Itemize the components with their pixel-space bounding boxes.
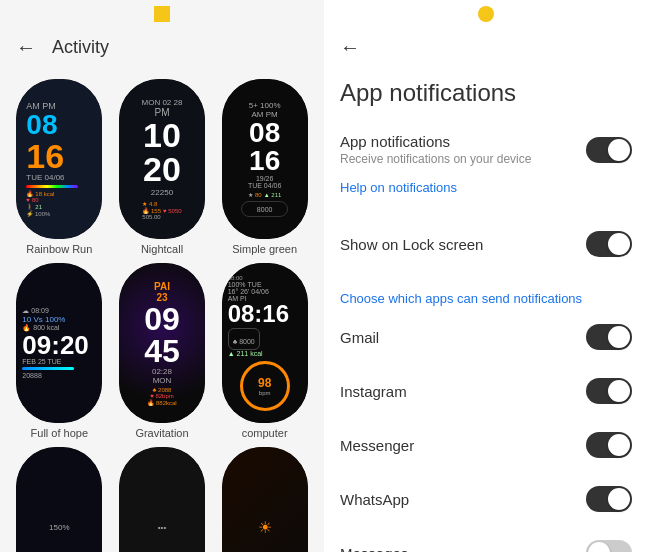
app-notifications-setting: App notifications Receive notifications … [324,123,648,176]
whatsapp-toggle[interactable] [586,486,632,512]
back-button-left[interactable]: ← [16,36,36,59]
watchface-full-of-hope[interactable]: ☁ 08:09 10 Vs 100% 🔥 800 kcal 09:20 FEB … [12,263,107,439]
watchface-img-computer: 08:00 100% TUE 16° 26' 04/06 AM PI 08:16… [222,263,308,423]
app-row-instagram: Instagram [324,364,648,418]
left-header: ← Activity [0,24,324,71]
watchface-img-bottom3: ☀ [222,447,308,552]
watchface-simple-green[interactable]: 5+ 100% AM PM 08 16 19/26 TUE 04/06 ★ 80… [217,79,312,255]
app-row-messages: Messages [324,526,648,552]
left-panel: ← Activity AM PM 08 16 TUE 04/06 🔥 18 kc… [0,0,324,552]
watchface-label-computer: computer [242,427,288,439]
watchface-gravitation[interactable]: PAI 23 09 45 02:28 MON ♣ 2088 ♥ 82bpm 🔥 … [115,263,210,439]
app-name-instagram: Instagram [340,383,407,400]
app-name-messenger: Messenger [340,437,414,454]
app-name-messages: Messages [340,545,408,553]
lock-screen-setting: Show on Lock screen [324,221,648,267]
yellow-dot-right [478,6,494,22]
lock-screen-label: Show on Lock screen [340,236,586,253]
lock-screen-text: Show on Lock screen [340,236,586,253]
messenger-toggle[interactable] [586,432,632,458]
app-notifications-text: App notifications Receive notifications … [340,133,586,166]
watchface-label-simple-green: Simple green [232,243,297,255]
app-row-messenger: Messenger [324,418,648,472]
app-row-whatsapp: WhatsApp [324,472,648,526]
right-header: ← [324,24,648,71]
watchface-bottom3[interactable]: ☀ [217,447,312,552]
app-row-gmail: Gmail [324,310,648,364]
watchface-img-nightcall: MON 02 28 PM 10 20 22250 ★ 4.8 🔥 155 ♥ 5… [119,79,205,239]
instagram-toggle[interactable] [586,378,632,404]
whatsapp-toggle-knob [608,488,630,510]
watchface-img-gravitation: PAI 23 09 45 02:28 MON ♣ 2088 ♥ 82bpm 🔥 … [119,263,205,423]
gmail-toggle[interactable] [586,324,632,350]
app-name-gmail: Gmail [340,329,379,346]
app-notifications-label: App notifications [340,133,586,150]
app-notifications-sublabel: Receive notifications on your device [340,152,586,166]
watchface-bottom1[interactable]: 150% [12,447,107,552]
right-panel: ← App notifications App notifications Re… [324,0,648,552]
lock-screen-toggle[interactable] [586,231,632,257]
yellow-dot-left [154,6,170,22]
messenger-toggle-knob [608,434,630,456]
instagram-toggle-knob [608,380,630,402]
watchface-img-full-of-hope: ☁ 08:09 10 Vs 100% 🔥 800 kcal 09:20 FEB … [16,263,102,423]
left-panel-title: Activity [52,37,109,58]
messages-toggle[interactable] [586,540,632,552]
watchface-img-rainbow-run: AM PM 08 16 TUE 04/06 🔥 18 kcal ♥ 80 🚶 [16,79,102,239]
right-panel-title: App notifications [324,71,648,123]
watchface-label-gravitation: Gravitation [135,427,188,439]
watchface-label-full-of-hope: Full of hope [31,427,88,439]
watchface-label-rainbow-run: Rainbow Run [26,243,92,255]
watchface-bottom2[interactable]: ••• [115,447,210,552]
lock-screen-toggle-knob [608,233,630,255]
watchfaces-grid: AM PM 08 16 TUE 04/06 🔥 18 kcal ♥ 80 🚶 [0,71,324,552]
help-link[interactable]: Help on notifications [324,176,648,205]
watchface-img-simple-green: 5+ 100% AM PM 08 16 19/26 TUE 04/06 ★ 80… [222,79,308,239]
back-button-right[interactable]: ← [340,36,360,59]
gmail-toggle-knob [608,326,630,348]
app-name-whatsapp: WhatsApp [340,491,409,508]
watchface-nightcall[interactable]: MON 02 28 PM 10 20 22250 ★ 4.8 🔥 155 ♥ 5… [115,79,210,255]
app-notifications-toggle[interactable] [586,137,632,163]
choose-apps-label: Choose which apps can send notifications [324,283,648,310]
messages-toggle-knob [588,542,610,552]
watchface-img-bottom2: ••• [119,447,205,552]
watchface-computer[interactable]: 08:00 100% TUE 16° 26' 04/06 AM PI 08:16… [217,263,312,439]
app-notifications-toggle-knob [608,139,630,161]
watchface-rainbow-run[interactable]: AM PM 08 16 TUE 04/06 🔥 18 kcal ♥ 80 🚶 [12,79,107,255]
watchface-label-nightcall: Nightcall [141,243,183,255]
watchface-img-bottom1: 150% [16,447,102,552]
